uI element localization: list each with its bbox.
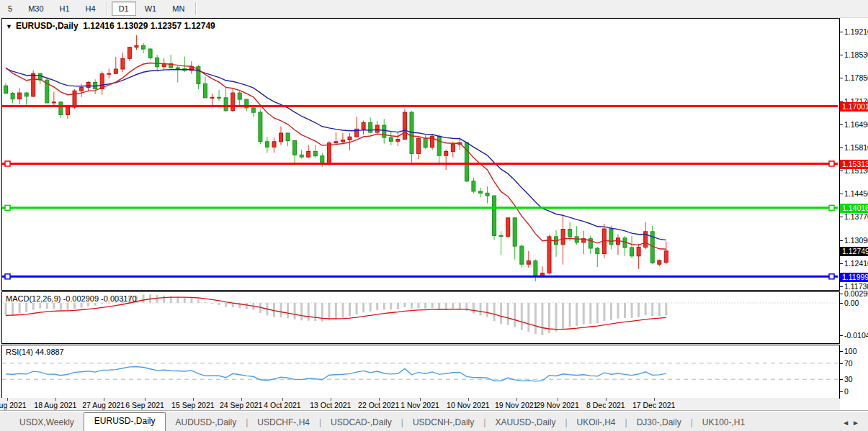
price-axis-tick	[840, 217, 843, 217]
timeframe-button-5[interactable]: 5	[1, 1, 19, 16]
macd-histogram-bar	[176, 297, 179, 303]
tab-scroll-arrows: ◄►	[842, 419, 868, 431]
macd-histogram-bar	[645, 303, 647, 315]
macd-histogram-bar	[101, 303, 103, 304]
rsi-value: 44.9887	[35, 348, 64, 356]
macd-histogram-bar	[514, 303, 516, 327]
candle-body	[66, 107, 70, 114]
timeframe-button-H4[interactable]: H4	[79, 1, 103, 16]
macd-histogram-bar	[94, 303, 97, 306]
hline-handle[interactable]	[5, 161, 10, 166]
tab-UK100-H1[interactable]: UK100-,H1	[693, 414, 754, 431]
hline-handle[interactable]	[829, 205, 834, 210]
toolbar-separator	[107, 2, 108, 15]
macd-histogram-bar	[624, 303, 626, 318]
tab-XAUUSD-Daily[interactable]: XAUUSD-,Daily	[486, 414, 565, 431]
hline-handle[interactable]	[829, 274, 834, 279]
candle-body	[32, 73, 35, 96]
price-axis-label: 1.13770	[844, 212, 868, 221]
macd-axis-tick	[840, 303, 843, 304]
candle-body	[293, 140, 297, 155]
timeframe-button-MN[interactable]: MN	[165, 1, 192, 16]
tab-USDCAD-Daily[interactable]: USDCAD-,Daily	[321, 414, 401, 431]
macd-label: MACD(12,26,9) -0.002909 -0.003170	[6, 294, 137, 303]
tab-USDX-Weekly[interactable]: USDX,Weekly	[10, 414, 84, 431]
candle-body	[210, 97, 214, 98]
tab-UKOil-H4[interactable]: UKOil-,H4	[568, 414, 625, 431]
macd-histogram-bar	[211, 303, 213, 304]
candle-body	[451, 145, 455, 152]
macd-histogram-bar	[273, 303, 275, 317]
macd-axis-label: -0.01042	[844, 331, 868, 340]
candle-body	[251, 108, 255, 112]
rsi-axis-label: 70	[844, 359, 853, 368]
hline-handle[interactable]	[829, 161, 834, 166]
price-axis-tick	[840, 286, 843, 287]
candle-body	[486, 193, 489, 196]
timeframe-toolbar: 5M30H1H4D1W1MN	[0, 0, 868, 18]
candle-body	[127, 47, 131, 59]
mt4-window: 5M30H1H4D1W1MN ▼EURUSD-,Daily 1.12416 1.…	[0, 0, 868, 431]
date-axis-label: 8 Dec 2021	[586, 401, 625, 409]
macd-histogram-bar	[555, 303, 558, 332]
candle-body	[389, 137, 393, 141]
candle-body	[472, 181, 475, 191]
price-axis-label: 1.17850	[844, 73, 868, 82]
candle-body	[596, 248, 599, 254]
candle-body	[114, 69, 117, 73]
chart-dropdown-icon[interactable]: ▼	[6, 23, 12, 30]
price-axis-label: 1.13090	[844, 236, 868, 245]
price-axis-label: 1.12410	[844, 259, 868, 268]
rsi-panel[interactable]: RSI(14) 44.9887	[1, 345, 840, 399]
price-axis[interactable]: 1.192101.185301.178501.171701.164901.158…	[840, 18, 868, 412]
candle-body	[313, 152, 317, 156]
main-chart-panel[interactable]: ▼EURUSD-,Daily 1.12416 1.13029 1.12357 1…	[1, 18, 840, 291]
candle-body	[259, 112, 262, 142]
macd-axis-label: 0.002966	[844, 289, 868, 298]
macd-histogram-bar	[521, 303, 523, 330]
scroll-left-icon[interactable]: ◄	[842, 419, 852, 427]
macd-histogram-bar	[562, 303, 564, 329]
macd-histogram-bar	[651, 303, 653, 316]
macd-histogram-bar	[486, 303, 488, 317]
candle-body	[224, 98, 228, 111]
rsi-axis-tick	[840, 379, 843, 380]
tab-DJ30-Daily[interactable]: DJ30-,Daily	[627, 414, 691, 431]
macd-histogram-bar	[459, 303, 461, 309]
date-axis-label: 6 Sep 2021	[125, 401, 164, 409]
macd-panel[interactable]: MACD(12,26,9) -0.002909 -0.003170	[1, 291, 840, 344]
candle-body	[279, 133, 283, 142]
candle-body	[568, 230, 572, 237]
macd-histogram-bar	[225, 303, 227, 307]
tab-USDCHF-H4[interactable]: USDCHF-,H4	[248, 414, 319, 431]
timeframe-button-H1[interactable]: H1	[53, 1, 77, 16]
rsi-chart-canvas[interactable]	[2, 345, 838, 396]
date-axis-label: 13 Oct 2021	[310, 401, 351, 409]
tab-AUDUSD-Daily[interactable]: AUDUSD-,Daily	[166, 414, 246, 431]
candle-body	[107, 73, 111, 74]
rsi-axis-label: 30	[844, 375, 853, 384]
candle-body	[18, 93, 22, 99]
macd-histogram-bar	[658, 303, 661, 316]
tab-EURUSD-Daily[interactable]: EURUSD-,Daily	[84, 412, 166, 431]
macd-histogram-bar	[67, 303, 69, 310]
macd-histogram-bar	[60, 303, 62, 310]
macd-histogram-bar	[349, 303, 351, 317]
timeframe-button-D1[interactable]: D1	[112, 1, 136, 16]
macd-histogram-bar	[480, 303, 482, 316]
candle-body	[375, 125, 379, 132]
candle-body	[506, 218, 510, 237]
timeframe-button-W1[interactable]: W1	[138, 1, 164, 16]
price-tag-1.15313: 1.15313	[840, 160, 868, 169]
timeframe-button-M30[interactable]: M30	[21, 1, 50, 16]
price-axis-tick	[840, 55, 843, 55]
tab-USDCNH-Daily[interactable]: USDCNH-,Daily	[403, 414, 483, 431]
macd-histogram-bar	[617, 303, 619, 319]
hline-handle[interactable]	[5, 205, 10, 210]
candlestick-chart-canvas[interactable]	[2, 19, 838, 289]
macd-histogram-bar	[376, 303, 378, 310]
hline-handle[interactable]	[5, 274, 10, 279]
date-axis-label: 22 Oct 2021	[358, 401, 399, 409]
macd-histogram-bar	[190, 298, 192, 303]
scroll-right-icon[interactable]: ►	[852, 419, 862, 427]
